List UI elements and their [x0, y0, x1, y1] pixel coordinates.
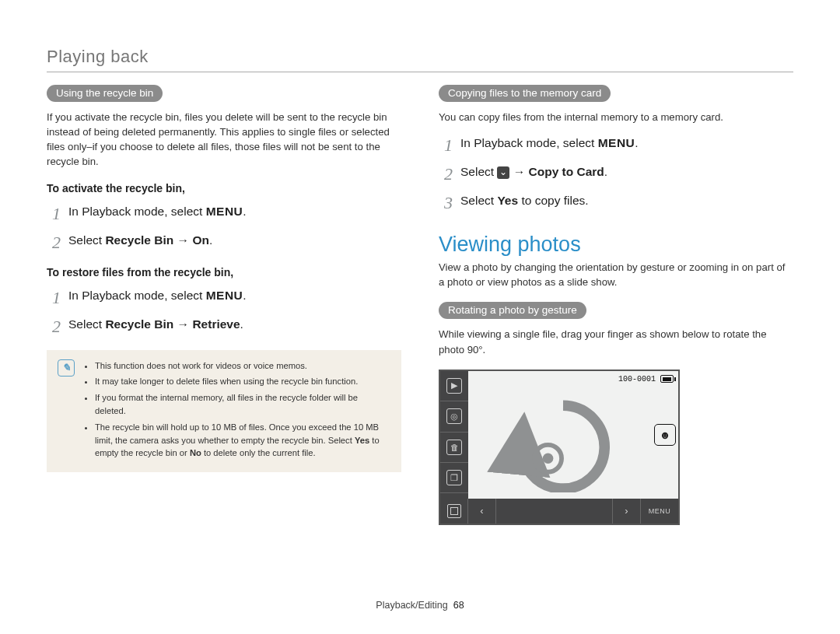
svg-point-1	[543, 453, 554, 464]
right-column: Copying files to the memory card You can…	[439, 85, 793, 590]
step: 1 In Playback mode, select MENU.	[47, 201, 401, 226]
step: 2 Select Recycle Bin → On.	[47, 229, 401, 255]
step-number: 1	[47, 285, 61, 310]
step: 3 Select Yes to copy files.	[439, 190, 793, 215]
step-text-tail: .	[209, 233, 212, 247]
step-text: In Playback mode, select	[68, 205, 206, 218]
step-number: 2	[47, 313, 61, 339]
rotate-gesture-graphic	[487, 387, 639, 492]
down-chevron-icon: ⌄	[497, 166, 509, 179]
pill-rotating-by-gesture: Rotating a photo by gesture	[439, 302, 586, 319]
page-number: 68	[453, 600, 464, 611]
menu-icon: MENU	[206, 289, 243, 302]
screenshot-status: 100-0001	[618, 375, 674, 384]
battery-icon	[660, 375, 674, 383]
step-text: Select	[460, 194, 497, 207]
step-text-tail: .	[243, 289, 246, 302]
step-number: 1	[439, 132, 453, 158]
copy-intro: You can copy files from the internal mem…	[439, 110, 793, 124]
step: 1 In Playback mode, select MENU.	[439, 132, 793, 158]
card-icon: ❐	[446, 470, 462, 485]
step-text-tail: .	[240, 317, 243, 331]
step-text-tail: .	[635, 136, 638, 149]
arrow: →	[173, 317, 192, 331]
play-icon: ▶	[446, 378, 462, 394]
prev-icon: ‹	[480, 505, 483, 517]
step-bold: Recycle Bin	[105, 317, 173, 331]
step-text-tail: .	[604, 165, 607, 178]
note-icon: ✎	[58, 359, 75, 377]
step-number: 1	[47, 201, 61, 226]
menu-icon: MENU	[598, 136, 635, 149]
screenshot-bottom-toolbar: ‹ › MENU	[440, 499, 678, 524]
note-item: This function does not work for videos o…	[95, 359, 390, 373]
menu-label: MENU	[649, 507, 671, 515]
step-text-tail: to copy files.	[518, 194, 588, 207]
note-text: to delete only the current file.	[201, 448, 316, 457]
pill-copy-to-card: Copying files to the memory card	[439, 85, 611, 102]
heading-viewing-photos: Viewing photos	[439, 233, 793, 257]
page-footer: Playback/Editing 68	[47, 590, 793, 611]
footer-path: Playback/Editing	[376, 600, 447, 611]
camera-screenshot: ▶ ◎ 🗑 ❐ ▤ 100-0001 ☻	[439, 370, 680, 525]
arrow: →	[509, 165, 528, 178]
step-number: 2	[47, 229, 61, 255]
step-number: 3	[439, 190, 453, 215]
note-item: It may take longer to delete files when …	[95, 375, 390, 388]
target-icon: ◎	[446, 408, 462, 424]
note-item: The recycle bin will hold up to 10 MB of…	[95, 421, 390, 460]
trash-icon: 🗑	[446, 440, 462, 455]
step-text: Select	[68, 233, 105, 247]
recycle-bin-intro: If you activate the recycle bin, files y…	[47, 110, 401, 170]
step-text: Select	[68, 317, 105, 331]
step-bold: Recycle Bin	[105, 233, 173, 247]
header-rule	[47, 72, 793, 72]
step-bold: Retrieve	[192, 317, 240, 331]
note-bold: No	[190, 448, 201, 457]
step-bold: Copy to Card	[529, 165, 604, 178]
arrow: →	[173, 233, 192, 247]
step: 1 In Playback mode, select MENU.	[47, 285, 401, 310]
left-column: Using the recycle bin If you activate th…	[47, 85, 401, 590]
step-text-tail: .	[243, 205, 246, 218]
thumbnail-icon	[447, 504, 461, 518]
viewing-photos-intro: View a photo by changing the orientation…	[439, 260, 793, 289]
step-text: In Playback mode, select	[460, 136, 598, 149]
pill-using-recycle-bin: Using the recycle bin	[47, 85, 163, 102]
subhead-restore-recycle: To restore files from the recycle bin,	[47, 266, 401, 278]
step: 2 Select ⌄ → Copy to Card.	[439, 161, 793, 187]
menu-icon: MENU	[206, 205, 243, 218]
rotate-text: While viewing a single file, drag your f…	[439, 327, 793, 356]
note-text: The recycle bin will hold up to 10 MB of…	[95, 422, 379, 445]
file-counter: 100-0001	[618, 375, 656, 384]
step: 2 Select Recycle Bin → Retrieve.	[47, 313, 401, 339]
step-bold: Yes	[497, 194, 518, 207]
section-header: Playing back	[47, 47, 793, 67]
note-bold: Yes	[355, 436, 369, 445]
note-box: ✎ This function does not work for videos…	[47, 350, 401, 473]
step-number: 2	[439, 161, 453, 187]
step-text: Select	[460, 165, 497, 178]
subhead-activate-recycle: To activate the recycle bin,	[47, 182, 401, 194]
note-item: If you format the internal memory, all f…	[95, 391, 390, 418]
next-icon: ›	[625, 505, 628, 517]
step-text: In Playback mode, select	[68, 289, 206, 302]
face-icon: ☻	[654, 424, 676, 446]
step-bold: On	[192, 233, 209, 247]
